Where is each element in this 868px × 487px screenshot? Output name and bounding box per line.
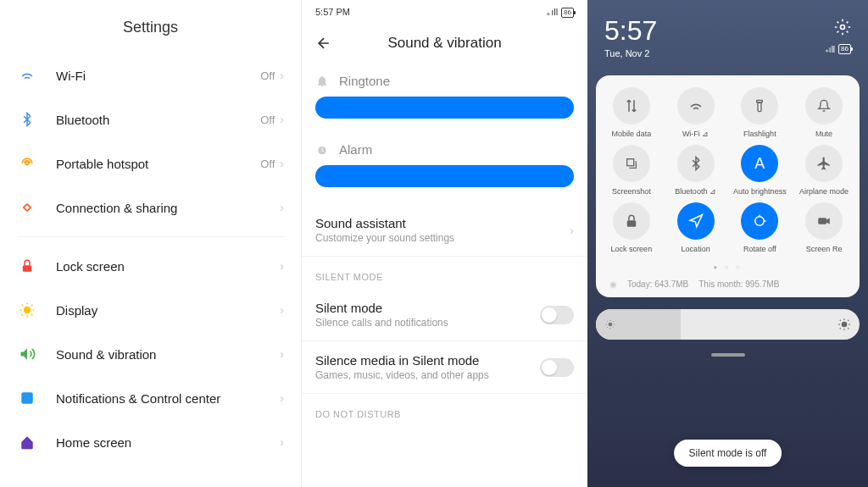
- ringtone-section: Ringtone: [315, 74, 574, 88]
- back-button[interactable]: [314, 33, 334, 53]
- row-label: Lock screen: [56, 259, 280, 274]
- header: Sound & vibration: [302, 25, 587, 67]
- lock-icon: [17, 256, 37, 276]
- alarm-icon: [315, 143, 329, 157]
- home-icon: [17, 432, 37, 452]
- tile-bluetooth[interactable]: Bluetooth ⊿: [665, 145, 726, 196]
- settings-row-notifications-control-center[interactable]: Notifications & Control center ›: [0, 376, 301, 420]
- row-label: Portable hotspot: [56, 157, 260, 171]
- tile-label: Mobile data: [612, 130, 652, 138]
- page-title: Settings: [0, 8, 301, 53]
- page-title: Sound & vibration: [334, 35, 555, 52]
- bell-icon: [315, 75, 329, 88]
- chevron-right-icon: ›: [280, 391, 284, 405]
- flash-icon: [741, 87, 778, 125]
- settings-row-portable-hotspot[interactable]: Portable hotspot Off ›: [0, 141, 301, 185]
- tile-location[interactable]: Location: [665, 202, 726, 253]
- alarm-section: Alarm: [315, 142, 574, 157]
- section-header: DO NOT DISTURB: [302, 394, 587, 426]
- row-value: Off: [260, 113, 275, 126]
- status-time: 5:57 PM: [315, 7, 350, 18]
- brightness-low-icon: [604, 318, 616, 330]
- row-value: Off: [260, 69, 275, 82]
- tile-wifi[interactable]: Wi-Fi ⊿: [665, 87, 726, 138]
- tile-label: Mute: [815, 130, 832, 138]
- svg-rect-10: [818, 218, 826, 224]
- tile-record[interactable]: Screen Re: [793, 202, 854, 253]
- tiles-card: Mobile data Wi-Fi ⊿ Flashlight Mute Scre…: [596, 75, 860, 297]
- row-value: Off: [260, 158, 275, 170]
- sound-icon: [17, 344, 37, 364]
- brightness-slider[interactable]: [596, 309, 860, 340]
- data-usage[interactable]: ◉ Today: 643.7MB This month: 995.7MB: [601, 279, 854, 289]
- tile-label: Auto brightness: [733, 187, 787, 196]
- section-header: SILENT MODE: [302, 257, 587, 289]
- tile-bright[interactable]: A Auto brightness: [730, 145, 791, 196]
- bluetooth-icon: [677, 145, 715, 182]
- signal-icon: ₊ıll: [546, 7, 558, 18]
- clock-time: 5:57: [604, 15, 851, 47]
- tile-rotate[interactable]: Rotate off: [730, 202, 791, 253]
- settings-row-display[interactable]: Display ›: [0, 288, 301, 332]
- settings-row-wi-fi[interactable]: Wi-Fi Off ›: [0, 53, 301, 97]
- svg-point-5: [841, 25, 845, 30]
- silence-media-row[interactable]: Silence media in Silent mode Games, musi…: [302, 341, 587, 394]
- settings-row-connection-sharing[interactable]: Connection & sharing ›: [0, 185, 301, 230]
- clock-date: Tue, Nov 2: [604, 48, 851, 58]
- tile-label: Bluetooth ⊿: [675, 187, 716, 196]
- svg-rect-1: [23, 265, 32, 272]
- ringtone-slider[interactable]: [315, 97, 574, 119]
- chevron-right-icon: ›: [280, 69, 284, 82]
- tile-label: Location: [682, 245, 710, 253]
- row-label: Sound & vibration: [56, 347, 280, 362]
- settings-row-sound-vibration[interactable]: Sound & vibration ›: [0, 332, 301, 376]
- settings-row-home-screen[interactable]: Home screen ›: [0, 420, 301, 464]
- chevron-right-icon: ›: [280, 157, 284, 170]
- drag-handle[interactable]: [711, 353, 745, 357]
- page-dots: ● ○ ○: [601, 263, 854, 271]
- silent-mode-toggle[interactable]: [540, 306, 574, 324]
- display-icon: [17, 300, 37, 320]
- svg-rect-7: [627, 159, 634, 166]
- tile-label: Wi-Fi ⊿: [682, 130, 709, 138]
- brightness-high-icon: [837, 318, 851, 331]
- silence-media-toggle[interactable]: [540, 358, 574, 377]
- sound-assistant-row[interactable]: Sound assistant Customize your sound set…: [302, 204, 587, 257]
- chevron-right-icon: ›: [280, 347, 284, 361]
- tile-label: Lock screen: [611, 245, 653, 253]
- chevron-right-icon: ›: [280, 259, 284, 273]
- row-label: Bluetooth: [56, 113, 260, 127]
- battery-icon: 86: [561, 8, 574, 18]
- screenshot-icon: [613, 145, 650, 182]
- row-label: Connection & sharing: [56, 201, 280, 215]
- tile-flash[interactable]: Flashlight: [730, 87, 791, 138]
- tile-screenshot[interactable]: Screenshot: [601, 145, 662, 196]
- data-icon: [613, 87, 650, 125]
- alarm-slider[interactable]: [315, 165, 574, 187]
- svg-rect-3: [21, 392, 33, 404]
- status-bar: 5:57 PM ₊ıll 86: [302, 0, 587, 25]
- tile-airplane[interactable]: Airplane mode: [793, 145, 854, 196]
- airplane-icon: [805, 145, 843, 182]
- wifi-icon: [17, 65, 37, 86]
- settings-row-bluetooth[interactable]: Bluetooth Off ›: [0, 97, 301, 141]
- toast-message: Silent mode is off: [674, 440, 782, 467]
- hotspot-icon: [17, 153, 37, 174]
- tile-mute[interactable]: Mute: [793, 87, 854, 138]
- tile-label: Rotate off: [743, 245, 776, 253]
- tile-lock[interactable]: Lock screen: [601, 202, 662, 253]
- svg-point-0: [25, 162, 28, 164]
- status-icons: ₊ıll 86: [825, 44, 851, 54]
- row-label: Home screen: [56, 435, 280, 450]
- svg-rect-8: [627, 220, 637, 227]
- svg-point-11: [609, 323, 613, 327]
- wifi-icon: [677, 87, 715, 125]
- settings-row-lock-screen[interactable]: Lock screen ›: [0, 244, 301, 288]
- tile-data[interactable]: Mobile data: [601, 87, 662, 138]
- tile-label: Screen Re: [806, 245, 843, 253]
- tile-label: Flashlight: [743, 130, 776, 138]
- settings-gear-button[interactable]: [834, 19, 851, 39]
- row-label: Wi-Fi: [56, 69, 260, 83]
- silent-mode-row[interactable]: Silent mode Silence calls and notificati…: [302, 289, 587, 341]
- svg-point-12: [842, 322, 848, 328]
